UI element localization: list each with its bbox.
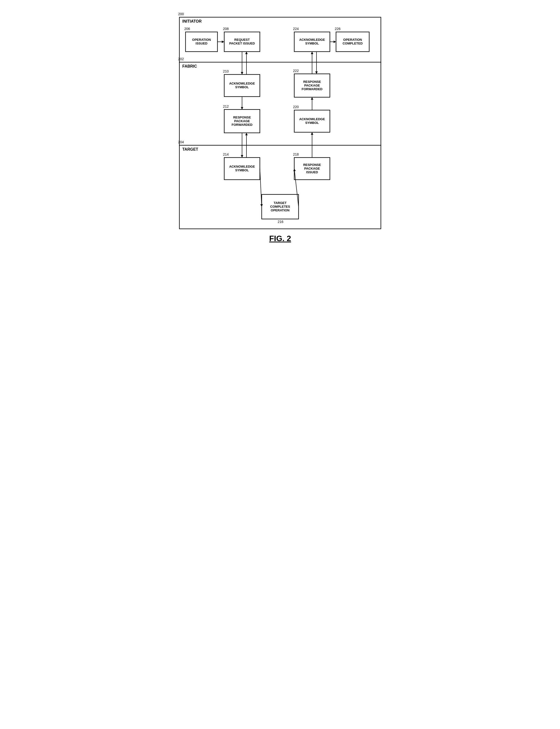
svg-text:ISSUED: ISSUED	[195, 42, 207, 45]
svg-text:222: 222	[293, 69, 299, 73]
svg-text:216: 216	[278, 220, 284, 224]
svg-text:ACKNOWLEDGE: ACKNOWLEDGE	[299, 38, 325, 42]
svg-text:ACKNOWLEDGE: ACKNOWLEDGE	[299, 117, 325, 121]
svg-text:218: 218	[293, 152, 299, 156]
svg-text:INITIATOR: INITIATOR	[182, 19, 202, 23]
svg-text:TARGET: TARGET	[273, 201, 287, 205]
svg-text:PACKAGE: PACKAGE	[234, 119, 250, 123]
svg-text:RESPONSE: RESPONSE	[233, 116, 251, 119]
svg-text:224: 224	[293, 27, 299, 31]
svg-text:FORWARDED: FORWARDED	[302, 87, 322, 91]
svg-text:REQUEST: REQUEST	[234, 38, 250, 42]
svg-text:FORWARDED: FORWARDED	[231, 123, 252, 127]
svg-text:210: 210	[223, 69, 229, 73]
svg-text:OPERATION: OPERATION	[271, 208, 289, 212]
svg-text:TARGET: TARGET	[182, 147, 198, 151]
svg-text:SYMBOL: SYMBOL	[235, 85, 249, 89]
svg-text:SYMBOL: SYMBOL	[235, 168, 249, 172]
svg-text:200: 200	[178, 12, 184, 16]
svg-text:PACKET ISSUED: PACKET ISSUED	[229, 42, 255, 45]
svg-text:214: 214	[223, 152, 229, 156]
svg-text:FIG. 2: FIG. 2	[269, 234, 291, 243]
svg-text:226: 226	[335, 27, 341, 31]
svg-text:RESPONSE: RESPONSE	[303, 80, 321, 84]
svg-text:COMPLETED: COMPLETED	[343, 42, 363, 45]
svg-text:RESPONSE: RESPONSE	[303, 163, 321, 167]
svg-text:212: 212	[223, 104, 229, 108]
svg-text:ACKNOWLEDGE: ACKNOWLEDGE	[229, 82, 255, 85]
svg-text:FABRIC: FABRIC	[182, 64, 197, 68]
svg-text:COMPLETES: COMPLETES	[270, 205, 290, 208]
svg-text:202: 202	[178, 57, 184, 61]
svg-text:PACKAGE: PACKAGE	[304, 84, 320, 87]
svg-text:ISSUED: ISSUED	[306, 170, 318, 174]
svg-text:SYMBOL: SYMBOL	[305, 121, 319, 125]
svg-text:PACKAGE: PACKAGE	[304, 167, 320, 170]
svg-rect-3	[179, 62, 381, 146]
svg-text:204: 204	[178, 140, 184, 144]
svg-text:220: 220	[293, 105, 299, 109]
svg-text:OPERATION: OPERATION	[192, 38, 211, 42]
svg-text:SYMBOL: SYMBOL	[305, 42, 319, 45]
svg-text:OPERATION: OPERATION	[343, 38, 362, 42]
diagram-container: INITIATOR200FABRIC202TARGET204OPERATIONI…	[170, 10, 391, 248]
svg-text:208: 208	[223, 27, 229, 31]
svg-text:ACKNOWLEDGE: ACKNOWLEDGE	[229, 165, 255, 168]
svg-text:206: 206	[184, 27, 190, 31]
